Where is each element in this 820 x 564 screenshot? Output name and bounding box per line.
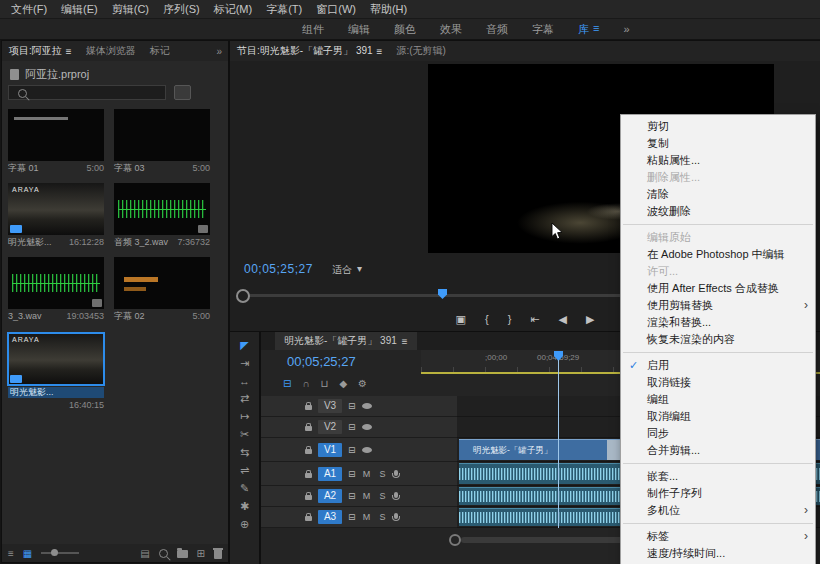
panel-menu-icon[interactable]: ≡ bbox=[66, 46, 72, 57]
hand-tool[interactable]: ✱ bbox=[240, 500, 249, 513]
zoom-tool[interactable]: ⊕ bbox=[240, 518, 249, 531]
menu-item-ungroup[interactable]: 取消编组 bbox=[621, 408, 815, 425]
mark-in-icon[interactable]: { bbox=[485, 313, 489, 325]
track-select-forward-tool[interactable]: ⇥ bbox=[240, 357, 249, 370]
ripple-edit-tool[interactable]: ↔ bbox=[239, 375, 250, 387]
sync-lock-icon[interactable]: ⊟ bbox=[348, 422, 356, 432]
timeline-settings-icon[interactable]: ⚙ bbox=[358, 378, 367, 389]
play-icon[interactable]: ▶ bbox=[586, 313, 594, 326]
lock-icon[interactable] bbox=[305, 449, 312, 454]
mark-out-icon[interactable]: } bbox=[508, 313, 512, 325]
trash-icon[interactable] bbox=[214, 550, 222, 559]
scrollbar-handle-left[interactable] bbox=[449, 534, 461, 546]
tab-program-monitor[interactable]: 节目:明光魅影-「罐子男」 391 ≡ bbox=[230, 44, 389, 58]
menu-item-multicamera[interactable]: 多机位 › bbox=[621, 502, 815, 519]
menu-sequence[interactable]: 序列(S) bbox=[156, 2, 207, 17]
panel-overflow-icon[interactable]: » bbox=[210, 46, 228, 57]
menu-item-enable[interactable]: ✓ 启用 bbox=[621, 357, 815, 374]
tab-project[interactable]: 项目:阿亚拉 ≡ bbox=[2, 44, 79, 58]
workspace-tab-libraries[interactable]: 库 ≡ bbox=[578, 22, 599, 37]
menu-item-restore-unrendered[interactable]: 恢复未渲染的内容 bbox=[621, 331, 815, 348]
menu-help[interactable]: 帮助(H) bbox=[363, 2, 414, 17]
search-input[interactable] bbox=[8, 85, 166, 100]
audio-thumbnail[interactable] bbox=[114, 183, 210, 235]
mute-button[interactable]: M bbox=[362, 512, 372, 522]
track-header-a2[interactable]: A2 ⊟ M S bbox=[261, 486, 457, 507]
menu-item-synchronize[interactable]: 同步 bbox=[621, 425, 815, 442]
lock-icon[interactable] bbox=[305, 473, 312, 478]
track-output-eye-icon[interactable] bbox=[362, 447, 372, 453]
menu-file[interactable]: 文件(F) bbox=[4, 2, 54, 17]
menu-title[interactable]: 字幕(T) bbox=[259, 2, 309, 17]
menu-item-edit-in-photoshop[interactable]: 在 Adobe Photoshop 中编辑 bbox=[621, 246, 815, 263]
menu-edit[interactable]: 编辑(E) bbox=[54, 2, 105, 17]
menu-item-speed-duration[interactable]: 速度/持续时间... bbox=[621, 545, 815, 562]
zoom-level-dropdown[interactable]: 适合 ▾ bbox=[332, 263, 362, 277]
tab-source-monitor[interactable]: 源:(无剪辑) bbox=[389, 44, 452, 58]
solo-button[interactable]: S bbox=[378, 491, 388, 501]
sync-lock-icon[interactable]: ⊟ bbox=[348, 512, 356, 522]
panel-menu-icon[interactable]: ≡ bbox=[402, 336, 408, 347]
menu-item-paste-attributes[interactable]: 粘贴属性... bbox=[621, 152, 815, 169]
menu-item-copy[interactable]: 复制 bbox=[621, 135, 815, 152]
add-marker-icon[interactable]: ▣ bbox=[456, 313, 466, 326]
rate-stretch-tool[interactable]: ↦ bbox=[240, 410, 249, 423]
add-marker-icon[interactable]: ◆ bbox=[339, 378, 347, 389]
title-thumbnail[interactable] bbox=[8, 109, 104, 161]
filter-icon[interactable] bbox=[174, 85, 191, 100]
video-thumbnail[interactable]: ARAYA bbox=[8, 333, 104, 385]
workspace-tab-editing[interactable]: 编辑 bbox=[348, 22, 370, 37]
find-icon[interactable] bbox=[159, 549, 168, 558]
tab-markers[interactable]: 标记 bbox=[143, 44, 177, 58]
workspace-tab-effects[interactable]: 效果 bbox=[440, 22, 462, 37]
track-header-v2[interactable]: V2 ⊟ bbox=[261, 417, 457, 438]
solo-button[interactable]: S bbox=[378, 469, 388, 479]
menu-window[interactable]: 窗口(W) bbox=[309, 2, 363, 17]
list-item[interactable]: ARAYA 明光魅影...16:12:28 bbox=[8, 183, 104, 248]
list-item[interactable]: 字幕 015:00 bbox=[8, 109, 104, 174]
voiceover-mic-icon[interactable] bbox=[394, 470, 398, 476]
workspace-tab-assembly[interactable]: 组件 bbox=[302, 22, 324, 37]
menu-item-nest[interactable]: 嵌套... bbox=[621, 468, 815, 485]
icon-view-icon[interactable]: ▦ bbox=[23, 548, 32, 559]
monitor-playhead-marker[interactable] bbox=[438, 289, 447, 299]
menu-marker[interactable]: 标记(M) bbox=[207, 2, 260, 17]
track-target-v3[interactable]: V3 bbox=[318, 399, 342, 413]
track-target-v2[interactable]: V2 bbox=[318, 420, 342, 434]
new-item-icon[interactable]: ⊞ bbox=[197, 548, 205, 559]
menu-item-ripple-delete[interactable]: 波纹删除 bbox=[621, 203, 815, 220]
track-target-a1[interactable]: A1 bbox=[318, 467, 342, 481]
workspace-tab-titles[interactable]: 字幕 bbox=[532, 22, 554, 37]
go-to-in-icon[interactable]: ⇤ bbox=[530, 313, 539, 326]
list-item[interactable]: 字幕 035:00 bbox=[114, 109, 210, 174]
sync-lock-icon[interactable]: ⊟ bbox=[348, 469, 356, 479]
sync-lock-icon[interactable]: ⊟ bbox=[348, 401, 356, 411]
track-header-v1[interactable]: V1 ⊟ bbox=[261, 438, 457, 462]
rolling-edit-tool[interactable]: ⇄ bbox=[240, 392, 249, 405]
list-item[interactable]: 音频 3_2.wav7:36732 bbox=[114, 183, 210, 248]
track-header-a3[interactable]: A3 ⊟ M S bbox=[261, 507, 457, 528]
menu-item-clear[interactable]: 清除 bbox=[621, 186, 815, 203]
track-target-a3[interactable]: A3 bbox=[318, 510, 342, 524]
lock-icon[interactable] bbox=[305, 516, 312, 521]
panel-menu-icon[interactable]: ≡ bbox=[377, 46, 383, 57]
menu-item-unlink[interactable]: 取消链接 bbox=[621, 374, 815, 391]
workspace-overflow-icon[interactable]: » bbox=[623, 23, 629, 35]
track-target-a2[interactable]: A2 bbox=[318, 489, 342, 503]
lock-icon[interactable] bbox=[305, 426, 312, 431]
menu-item-label[interactable]: 标签 › bbox=[621, 528, 815, 545]
track-header-v3[interactable]: V3 ⊟ bbox=[261, 396, 457, 417]
thumbnail-zoom-slider[interactable] bbox=[41, 552, 79, 554]
slip-tool[interactable]: ⇆ bbox=[240, 446, 249, 459]
slide-tool[interactable]: ⇌ bbox=[240, 464, 249, 477]
title-thumbnail[interactable] bbox=[114, 257, 210, 309]
voiceover-mic-icon[interactable] bbox=[394, 492, 398, 498]
list-item[interactable]: 3_3.wav19:03453 bbox=[8, 257, 104, 322]
new-bin-icon[interactable] bbox=[177, 550, 188, 558]
list-view-icon[interactable]: ≡ bbox=[8, 548, 14, 559]
title-thumbnail[interactable] bbox=[114, 109, 210, 161]
track-output-eye-icon[interactable] bbox=[362, 403, 372, 409]
menu-item-replace-with-ae-comp[interactable]: 使用 After Effects 合成替换 bbox=[621, 280, 815, 297]
sync-lock-icon[interactable]: ⊟ bbox=[348, 445, 356, 455]
list-item[interactable]: 字幕 025:00 bbox=[114, 257, 210, 322]
